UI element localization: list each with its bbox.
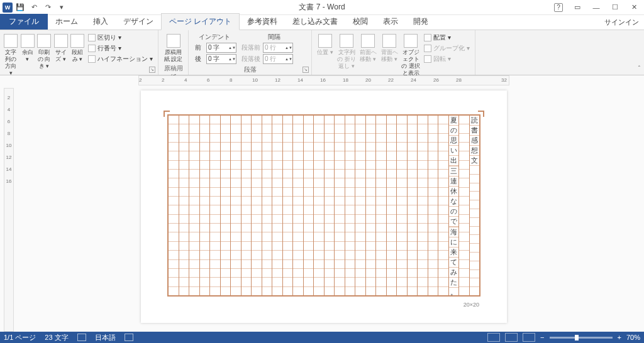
wrap-text-button: 文字列の 折り返し ▾ [337, 33, 356, 77]
window-title: 文書 7 - Word [299, 2, 345, 13]
word-count[interactable]: 23 文字 [45, 333, 68, 342]
breaks-button[interactable]: 区切り ▾ [87, 33, 154, 43]
selection-pane-button[interactable]: オブジェクトの 選択と表示 [401, 33, 420, 77]
tab-home[interactable]: ホーム [48, 14, 86, 30]
genkou-grid-wrap: 読書感想文夏の思い出三連休なので海に来てみた。 [167, 114, 480, 297]
size-button[interactable]: サイズ ▾ [53, 33, 67, 77]
columns-button[interactable]: 段組み ▾ [70, 33, 84, 77]
space-before-label: 段落前 [242, 43, 260, 52]
position-button: 位置 ▾ [316, 33, 335, 77]
zoom-slider[interactable] [550, 337, 613, 339]
ribbon: 文字列の 方向 ▾ 余白 ▾ 印刷の 向き ▾ サイズ ▾ 段組み ▾ 区切り … [0, 30, 644, 75]
indent-after-label: 後 [195, 55, 204, 63]
help-button[interactable]: ? [551, 2, 566, 13]
group-label: 段落 [192, 64, 308, 74]
indent-after-spinner[interactable]: 0 字▲▼ [206, 54, 236, 64]
tab-view[interactable]: 表示 [375, 14, 406, 30]
window-controls: ? ▭ — ☐ ✕ [551, 2, 641, 13]
zoom-out-button[interactable]: − [540, 334, 544, 341]
space-after-spinner: 0 行▲▼ [263, 54, 293, 64]
genkou-settings-button[interactable]: 原稿用紙 設定 [162, 33, 184, 63]
bring-forward-button: 前面へ 移動 ▾ [358, 33, 377, 77]
margins-button[interactable]: 余白 ▾ [20, 33, 34, 77]
title-bar: W 💾 ↶ ↷ ▾ 文書 7 - Word ? ▭ — ☐ ✕ [0, 0, 644, 15]
tab-file[interactable]: ファイル [0, 14, 48, 30]
indent-before-spinner[interactable]: 0 字▲▼ [206, 43, 236, 53]
tab-page-layout[interactable]: ページ レイアウト [161, 13, 240, 30]
spellcheck-icon[interactable] [77, 334, 86, 341]
rotate-button: 回転 ▾ [423, 54, 471, 64]
tab-review[interactable]: 校閲 [345, 14, 375, 30]
close-button[interactable]: ✕ [626, 2, 641, 13]
web-layout-button[interactable] [523, 333, 535, 342]
word-app-icon: W [3, 3, 13, 13]
genkou-grid[interactable]: 読書感想文夏の思い出三連休なので海に来てみた。 [167, 114, 480, 297]
redo-icon[interactable]: ↷ [42, 1, 54, 14]
page[interactable]: 読書感想文夏の思い出三連休なので海に来てみた。 20×20 [141, 90, 507, 323]
zoom-level[interactable]: 70% [626, 334, 640, 341]
tab-insert[interactable]: 挿入 [86, 14, 116, 30]
paragraph-dialog-launcher[interactable]: ↘ [303, 67, 309, 73]
page-setup-dialog-launcher[interactable]: ↘ [149, 67, 155, 73]
grid-spec-label: 20×20 [464, 302, 479, 308]
status-bar: 1/1 ページ 23 文字 日本語 − + 70% [0, 332, 644, 343]
indent-before-label: 前 [195, 43, 204, 52]
document-area: 224681012141618202224262832 246810121416… [0, 75, 644, 332]
tab-developer[interactable]: 開発 [406, 14, 436, 30]
space-after-label: 段落後 [242, 55, 260, 63]
language-indicator[interactable]: 日本語 [95, 333, 116, 342]
maximize-button[interactable]: ☐ [608, 2, 623, 13]
read-mode-button[interactable] [487, 333, 500, 342]
collapse-ribbon-icon[interactable]: ˆ [638, 65, 640, 72]
hyphenation-button[interactable]: ハイフネーション ▾ [87, 54, 154, 64]
send-backward-button: 背面へ 移動 ▾ [380, 33, 399, 77]
group-genkou: 原稿用紙 設定 原稿用紙 [158, 30, 189, 75]
group-page-setup: 文字列の 方向 ▾ 余白 ▾ 印刷の 向き ▾ サイズ ▾ 段組み ▾ 区切り … [0, 30, 158, 75]
ribbon-tabs: ファイル ホーム 挿入 デザイン ページ レイアウト 参考資料 差し込み文書 校… [0, 15, 644, 30]
tab-mailings[interactable]: 差し込み文書 [285, 14, 345, 30]
text-direction-button[interactable]: 文字列の 方向 ▾ [4, 33, 18, 77]
quick-access-toolbar: W 💾 ↶ ↷ ▾ [0, 1, 68, 14]
line-numbers-button[interactable]: 行番号 ▾ [87, 43, 154, 53]
page-count[interactable]: 1/1 ページ [4, 333, 36, 342]
space-before-spinner: 0 行▲▼ [263, 43, 293, 53]
spacing-header: 間隔 [268, 33, 280, 41]
group-button: グループ化 ▾ [423, 43, 471, 53]
print-layout-button[interactable] [505, 333, 518, 342]
align-button[interactable]: 配置 ▾ [423, 33, 471, 43]
indent-header: インデント [199, 33, 230, 41]
zoom-in-button[interactable]: + [618, 334, 621, 341]
horizontal-ruler[interactable]: 224681012141618202224262832 [138, 75, 509, 85]
minimize-button[interactable]: — [589, 2, 604, 13]
tab-references[interactable]: 参考資料 [240, 14, 285, 30]
tab-design[interactable]: デザイン [116, 14, 161, 30]
save-icon[interactable]: 💾 [14, 1, 26, 14]
macro-icon[interactable] [125, 334, 133, 341]
ribbon-display-options-icon[interactable]: ▭ [570, 2, 585, 13]
sign-in-link[interactable]: サインイン [604, 18, 639, 27]
group-paragraph: インデント 間隔 前 0 字▲▼ 段落前 0 行▲▼ 後 0 字▲▼ 段落後 0… [189, 30, 312, 75]
undo-icon[interactable]: ↶ [28, 1, 40, 14]
qat-more-icon[interactable]: ▾ [55, 1, 68, 14]
group-arrange: 位置 ▾ 文字列の 折り返し ▾ 前面へ 移動 ▾ 背面へ 移動 ▾ オブジェク… [312, 30, 475, 75]
vertical-ruler[interactable]: 246810121416 [4, 88, 14, 332]
orientation-button[interactable]: 印刷の 向き ▾ [37, 33, 51, 77]
